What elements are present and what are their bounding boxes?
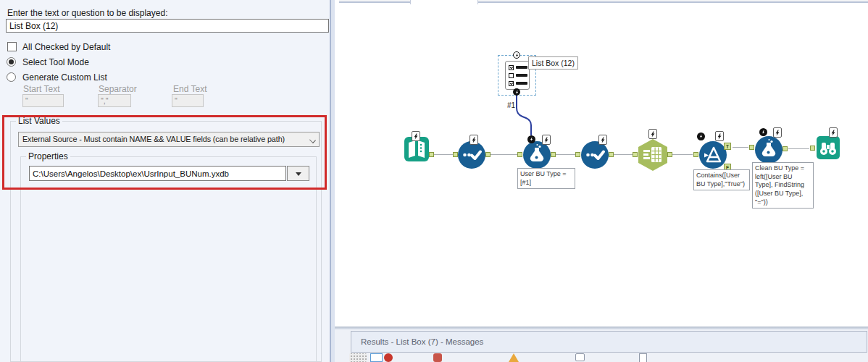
connection-wire xyxy=(556,154,575,155)
summarize-table-icon xyxy=(638,139,667,171)
canvas-overview-icon[interactable] xyxy=(370,353,383,362)
separator-input[interactable] xyxy=(98,94,131,107)
conversion-error-icon[interactable] xyxy=(433,353,442,362)
output-anchor[interactable] xyxy=(485,152,491,157)
results-header-text: Results - List Box (7) - Messages xyxy=(361,337,483,346)
output-anchor[interactable] xyxy=(609,152,614,157)
start-text-label: Start Text xyxy=(23,84,59,94)
interface-lightning-badge xyxy=(412,131,420,141)
output-anchor[interactable] xyxy=(667,152,672,157)
interface-lightning-badge xyxy=(648,129,657,139)
error-icon[interactable] xyxy=(384,353,393,362)
alteryx-designer-window: Enter the text or question to be display… xyxy=(0,0,868,362)
filter-funnel-icon xyxy=(699,141,727,169)
question-input-anchor[interactable] xyxy=(697,132,705,140)
filter-true-anchor[interactable]: T xyxy=(724,143,731,150)
interface-lightning-badge xyxy=(715,131,724,141)
listbox-config-panel: Enter the text or question to be display… xyxy=(0,0,330,362)
all-checked-label: All Checked by Default xyxy=(22,42,110,52)
output-anchor[interactable] xyxy=(551,152,556,157)
tool-name-label: List Box (12) xyxy=(528,56,578,70)
output-anchor[interactable] xyxy=(783,146,788,151)
grip-icon[interactable] xyxy=(349,353,367,362)
separator-label: Separator xyxy=(99,84,137,94)
question-input-anchor[interactable] xyxy=(759,128,767,136)
results-splitter[interactable] xyxy=(335,327,868,329)
highlight-rectangle xyxy=(2,115,327,190)
tool-browse[interactable] xyxy=(817,136,840,159)
connection-wire xyxy=(672,154,693,155)
checked-checkbox-icon xyxy=(509,65,514,70)
listbox-row xyxy=(509,81,529,86)
interface-lightning-badge xyxy=(542,135,551,145)
listbox-row xyxy=(509,73,529,78)
tool-select[interactable] xyxy=(581,141,609,169)
select-checkmark-icon xyxy=(458,141,485,169)
question-input[interactable] xyxy=(6,19,329,33)
tool-select[interactable] xyxy=(458,141,485,169)
select-tool-mode-label: Select Tool Mode xyxy=(22,57,89,67)
tool-summarize[interactable] xyxy=(638,139,667,171)
connection-wire xyxy=(614,154,633,155)
question-wire-label: #1 xyxy=(507,101,515,109)
listbox-row xyxy=(509,65,529,70)
interface-lightning-badge xyxy=(470,135,478,145)
tool-filter[interactable] xyxy=(699,141,727,169)
warning-icon[interactable] xyxy=(509,353,519,362)
question-output-anchor[interactable] xyxy=(513,88,520,96)
end-text-input[interactable] xyxy=(172,94,204,107)
start-text-input[interactable] xyxy=(22,94,64,107)
input-anchor[interactable] xyxy=(693,152,698,157)
connection-wire xyxy=(491,154,517,155)
question-input-anchor[interactable] xyxy=(527,135,535,143)
input-anchor[interactable] xyxy=(749,145,754,150)
interface-lightning-badge xyxy=(598,135,607,145)
question-input-anchor[interactable] xyxy=(513,51,520,59)
all-checked-checkbox[interactable] xyxy=(7,42,17,51)
annotation-formula1[interactable]: User BU Type = [#1] xyxy=(517,168,575,189)
interface-lightning-badge xyxy=(829,127,838,138)
connection-wire xyxy=(788,148,809,149)
results-panel: Results - List Box (7) - Messages xyxy=(335,327,868,362)
unchecked-checkbox-icon xyxy=(509,73,514,78)
workflow-canvas[interactable]: List Box (12) #1 xyxy=(335,0,868,327)
generate-custom-list-label: Generate Custom List xyxy=(22,72,107,83)
select-tool-mode-radio[interactable] xyxy=(7,57,16,67)
results-header-bar: Results - List Box (7) - Messages xyxy=(351,331,867,353)
question-label: Enter the text or question to be display… xyxy=(7,8,167,18)
tab-strip-right xyxy=(478,0,868,3)
file-icon[interactable] xyxy=(639,353,647,362)
interface-lightning-badge xyxy=(773,127,782,138)
active-workflow-tab[interactable] xyxy=(410,0,478,4)
flask-icon xyxy=(755,136,783,164)
flask-icon xyxy=(523,141,551,169)
input-anchor[interactable] xyxy=(453,152,458,157)
end-text-label: End Text xyxy=(173,84,206,94)
tab-strip-left xyxy=(339,0,410,3)
binoculars-icon xyxy=(817,136,840,159)
output-anchor[interactable] xyxy=(429,152,434,157)
select-checkmark-icon xyxy=(581,141,609,169)
tool-formula[interactable] xyxy=(523,141,551,169)
tool-list-box[interactable] xyxy=(505,61,530,90)
input-anchor[interactable] xyxy=(633,152,638,157)
input-anchor[interactable] xyxy=(810,146,815,151)
message-icon[interactable] xyxy=(575,353,585,361)
tool-formula[interactable] xyxy=(755,136,783,164)
input-anchor[interactable] xyxy=(517,152,522,157)
annotation-filter[interactable]: Contains([User BU Type],"True") xyxy=(693,169,750,190)
input-anchor[interactable] xyxy=(575,152,580,157)
connection-wire xyxy=(733,147,748,148)
panel-splitter[interactable] xyxy=(330,0,335,362)
annotation-formula2[interactable]: Clean BU Type = left([User BU Type], Fin… xyxy=(752,162,814,209)
connection-wire xyxy=(434,154,453,155)
generate-custom-list-radio[interactable] xyxy=(7,72,16,82)
checked-checkbox-icon xyxy=(509,81,514,86)
